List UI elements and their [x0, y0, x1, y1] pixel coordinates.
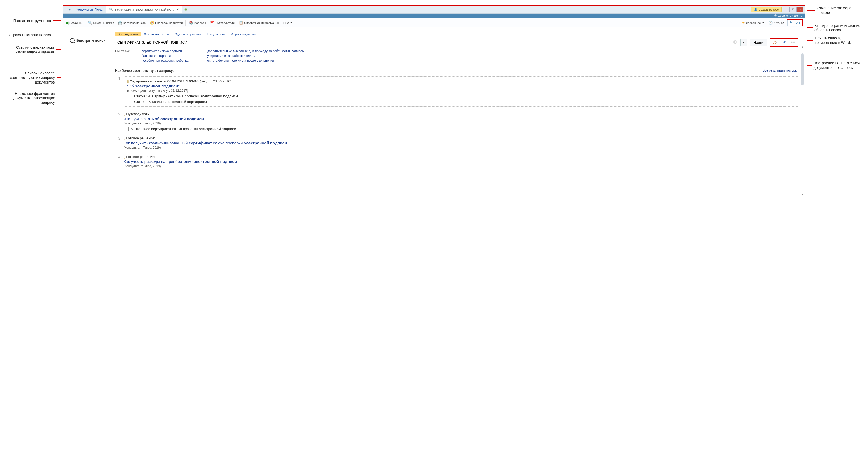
back-label[interactable]: Назад	[69, 21, 78, 25]
search-dropdown-button[interactable]: ▼	[741, 38, 747, 46]
result-meta: Готовое решение:	[126, 155, 155, 159]
new-tab-button[interactable]: ✚	[182, 6, 190, 13]
forward-arrow-icon[interactable]: ▶	[79, 20, 82, 25]
quick-search-heading: Быстрый поиск	[70, 38, 105, 43]
scope-tab-consult[interactable]: Консультации	[204, 32, 228, 36]
favorites-button[interactable]: ★Избранное ▼	[740, 20, 766, 26]
font-increase-button[interactable]: A+	[794, 20, 802, 26]
print-button[interactable]: 🖨▾	[771, 39, 779, 46]
scope-tabs: Все документы Законодательство Судебная …	[115, 32, 798, 36]
result-item: 2 ▯ Путеводитель. Что нужно знать об эле…	[115, 112, 798, 131]
books-icon: 📚	[189, 21, 193, 25]
word-button[interactable]: W	[780, 39, 788, 46]
callout-fragments: Несколько фрагментов документа, отвечающ…	[5, 91, 55, 105]
scope-tab-law[interactable]: Законодательство	[142, 32, 172, 36]
search-icon: 🔍	[88, 21, 92, 25]
callout-full-list: Построение полного списка документов по …	[813, 61, 863, 70]
more-button[interactable]: Еще ▼	[281, 21, 294, 25]
callout-font-size: Изменение размера шрифта	[816, 6, 863, 15]
ask-question-button[interactable]: Задать вопрос	[751, 7, 782, 12]
minimize-button[interactable]: —	[783, 7, 789, 12]
result-fragment[interactable]: 6. Что такое сертификат ключа проверки э…	[128, 127, 798, 131]
legal-nav-button[interactable]: 🧭Правовой навигатор	[148, 20, 184, 26]
compass-icon: 🧭	[150, 21, 154, 25]
app-window: ≡ ▾ КонсультантПлюс 🔍 Поиск СЕРТИФИКАТ Э…	[63, 5, 805, 198]
result-fragment[interactable]: Статья 17. Квалифицированный сертификат	[132, 100, 795, 104]
scope-tab-court[interactable]: Судебная практика	[172, 32, 204, 36]
quick-search-button[interactable]: 🔍Быстрый поиск	[86, 20, 115, 26]
chevron-down-icon: ▼	[762, 22, 764, 24]
results-header: Наиболее соответствуют запросу: Все резу…	[115, 68, 798, 73]
result-fragment[interactable]: Статья 14. Сертификат ключа проверки эле…	[132, 94, 795, 98]
refine-link[interactable]: удержание из заработной платы	[207, 54, 305, 58]
close-window-button[interactable]: ✕	[797, 7, 803, 12]
result-number: 4	[115, 155, 120, 168]
content-area: Быстрый поиск Все документы Законодатель…	[63, 27, 805, 198]
see-also-block: См. также: сертификат ключа подписи банк…	[115, 49, 798, 62]
result-meta: Готовое решение:	[126, 136, 155, 140]
scrollbar-thumb[interactable]	[801, 54, 804, 85]
back-arrow-icon[interactable]: ◀	[65, 20, 68, 25]
codexes-button[interactable]: 📚Кодексы	[188, 20, 208, 26]
result-item: 4 ▯ Готовое решение: Как учесть расходы …	[115, 155, 798, 168]
find-button[interactable]: Найти	[749, 38, 767, 46]
refine-link[interactable]: банковская гарантия	[142, 54, 189, 58]
scroll-down-icon[interactable]: ▾	[801, 192, 804, 196]
card-search-button[interactable]: 📇Карточка поиска	[116, 20, 147, 26]
browser-tab[interactable]: 🔍 Поиск СЕРТИФИКАТ ЭЛЕКТРОННОЙ ПО… ✕	[106, 6, 182, 13]
result-item: 3 ▯ Готовое решение: Как получить квалиф…	[115, 136, 798, 149]
results-list: 1 ▯ Федеральный закон от 06.04.2011 N 63…	[115, 76, 798, 168]
scope-tab-forms[interactable]: Формы документов	[229, 32, 260, 36]
result-subtitle: (КонсультантПлюс, 2019)	[124, 164, 798, 168]
chevron-down-icon: ▼	[290, 22, 292, 24]
clock-icon: 🕓	[768, 21, 773, 25]
result-title-link[interactable]: "Об электронной подписи"	[127, 84, 795, 88]
result-item: 1 ▯ Федеральный закон от 06.04.2011 N 63…	[115, 76, 798, 107]
clear-icon[interactable]: ⓧ	[732, 40, 738, 45]
service-strip: Сервисный Центр	[63, 13, 805, 18]
refine-link[interactable]: сертификат ключа подписи	[142, 49, 189, 53]
result-title-link[interactable]: Что нужно знать об электронной подписи	[124, 116, 798, 121]
scroll-up-icon[interactable]: ▴	[801, 45, 804, 48]
search-input[interactable]	[115, 39, 732, 46]
dots-icon: •••	[792, 40, 795, 44]
menu-icon[interactable]: ≡ ▾	[63, 6, 73, 13]
result-number: 1	[115, 76, 120, 107]
font-size-group: A- A+	[787, 19, 803, 26]
result-number: 3	[115, 136, 120, 149]
left-callouts: Панель инструментов Строка Быстрого поис…	[5, 5, 61, 198]
result-title-link[interactable]: Как получить квалифицированный сертифика…	[124, 141, 798, 145]
results-title: Наиболее соответствуют запросу:	[115, 68, 174, 72]
callout-refine-links: Ссылки с вариантами уточняющих запросов	[5, 45, 54, 54]
search-icon: 🔍	[109, 8, 113, 11]
scope-tab-all[interactable]: Все документы	[115, 32, 141, 36]
search-row: ⓧ ▼ Найти 🖨▾ W •••	[115, 38, 798, 47]
result-title-link[interactable]: Как учесть расходы на приобретение элект…	[124, 159, 798, 164]
more-actions-button[interactable]: •••	[789, 39, 797, 46]
maximize-button[interactable]: ☐	[789, 7, 797, 12]
callout-top-docs: Список наиболее соответствующих запросу …	[5, 71, 55, 84]
font-decrease-button[interactable]: A-	[787, 20, 794, 26]
word-icon: W	[782, 40, 785, 44]
all-results-link[interactable]: Все результаты поиска	[761, 68, 798, 73]
result-number: 2	[115, 112, 120, 131]
tab-label: Поиск СЕРТИФИКАТ ЭЛЕКТРОННОЙ ПО…	[115, 8, 174, 11]
refine-link[interactable]: оплата больничного листа после увольнени…	[207, 59, 305, 62]
service-center-link[interactable]: Сервисный Центр	[774, 14, 802, 17]
callout-quick-search: Строка Быстрого поиска	[9, 33, 51, 37]
result-subtitle: (с изм. и доп., вступ. в силу с 31.12.20…	[127, 89, 795, 92]
callout-toolbar: Панель инструментов	[13, 19, 51, 23]
guides-button[interactable]: 🚩Путеводители	[209, 20, 236, 26]
magnifier-icon	[70, 38, 75, 43]
journal-button[interactable]: 🕓Журнал	[767, 20, 786, 26]
app-title[interactable]: КонсультантПлюс	[73, 6, 106, 13]
callout-scope-tabs: Вкладки, ограничивающие область поиска	[814, 23, 863, 32]
book-icon: ▯	[124, 112, 125, 116]
see-also-label: См. также:	[115, 49, 134, 62]
close-icon[interactable]: ✕	[177, 8, 179, 11]
ref-info-button[interactable]: 📋Справочная информация	[237, 20, 280, 26]
book-icon: ▯	[127, 80, 129, 83]
refine-link[interactable]: пособие при рождении ребенка	[142, 59, 189, 62]
refine-link[interactable]: дополнительные выходные дни по уходу за …	[207, 49, 305, 53]
result-meta: Федеральный закон от 06.04.2011 N 63-ФЗ …	[130, 79, 231, 83]
